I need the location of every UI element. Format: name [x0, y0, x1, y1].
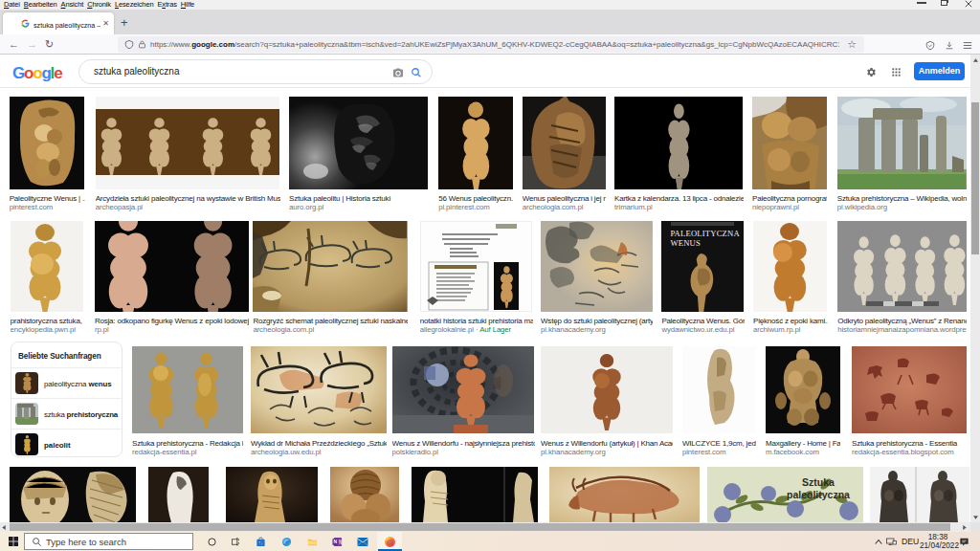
svg-text:Sztuka: Sztuka: [802, 477, 835, 488]
svg-text:N: N: [333, 539, 337, 544]
svg-text:paleolityczna: paleolityczna: [787, 490, 850, 500]
